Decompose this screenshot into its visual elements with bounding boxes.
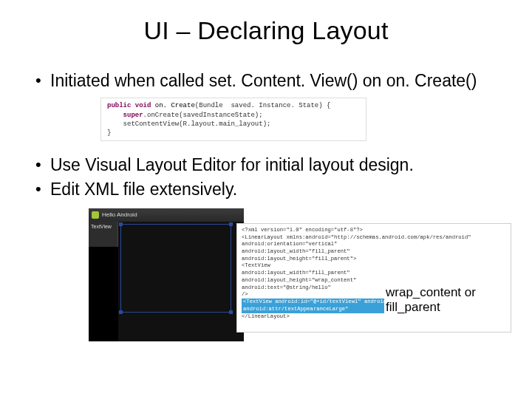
slide-title: UI – Declaring Layout xyxy=(34,16,498,45)
resize-handle xyxy=(119,310,123,314)
xml-line: android:layout_width="fill_parent" xyxy=(242,248,506,256)
selection-frame xyxy=(120,224,231,313)
annotation-caption: wrap_content or fill_parent xyxy=(384,285,510,315)
screenshot-row: Hello Android TextView <?xml version="1.… xyxy=(89,208,510,349)
code-token: } xyxy=(107,129,111,137)
code-token: on. Create xyxy=(155,102,195,109)
editor-title: Hello Android xyxy=(102,211,137,218)
resize-handle xyxy=(119,222,123,226)
code-snippet-oncreate: public void on. Create(Bundle saved. Ins… xyxy=(100,98,366,141)
code-token: setContentView(R.layout.main_layout); xyxy=(107,120,270,128)
xml-line: android:orientation="vertical" xyxy=(242,241,506,248)
code-token: .onCreate(savedInstanceState); xyxy=(143,112,263,119)
xml-line: android:layout_width="fill_parent" xyxy=(242,270,506,277)
xml-line: <TextView xyxy=(242,262,506,270)
editor-canvas xyxy=(118,222,244,341)
layout-editor-screenshot: Hello Android TextView xyxy=(89,208,244,341)
editor-sidebar: TextView xyxy=(89,222,118,247)
bullet-3: Edit XML file extensively. xyxy=(34,179,498,200)
slide: UI – Declaring Layout Initiated when cal… xyxy=(0,0,532,399)
resize-handle xyxy=(229,310,233,314)
xml-line: <?xml version="1.0" encoding="utf-8"?> xyxy=(242,227,506,234)
bullet-list: Initiated when called set. Content. View… xyxy=(34,70,498,92)
code-token: public void xyxy=(107,102,155,109)
code-token: super xyxy=(107,112,143,119)
xml-line: android:layout_height="wrap_content" xyxy=(242,277,506,284)
resize-handle xyxy=(229,222,233,226)
editor-sidebar-item: TextView xyxy=(89,222,117,231)
xml-line: android:layout_height="fill_parent"> xyxy=(242,256,506,263)
xml-code-screenshot: <?xml version="1.0" encoding="utf-8"?> <… xyxy=(236,223,511,332)
editor-titlebar: Hello Android xyxy=(89,208,244,222)
xml-line: <LinearLayout xmlns:android="http://sche… xyxy=(242,234,506,242)
bullet-list-2: Use Visual Layout Editor for initial lay… xyxy=(34,154,498,201)
bullet-2: Use Visual Layout Editor for initial lay… xyxy=(34,154,498,176)
android-icon xyxy=(92,211,99,219)
code-token: (Bundle saved. Instance. State) { xyxy=(195,102,331,109)
bullet-1: Initiated when called set. Content. View… xyxy=(34,70,498,92)
